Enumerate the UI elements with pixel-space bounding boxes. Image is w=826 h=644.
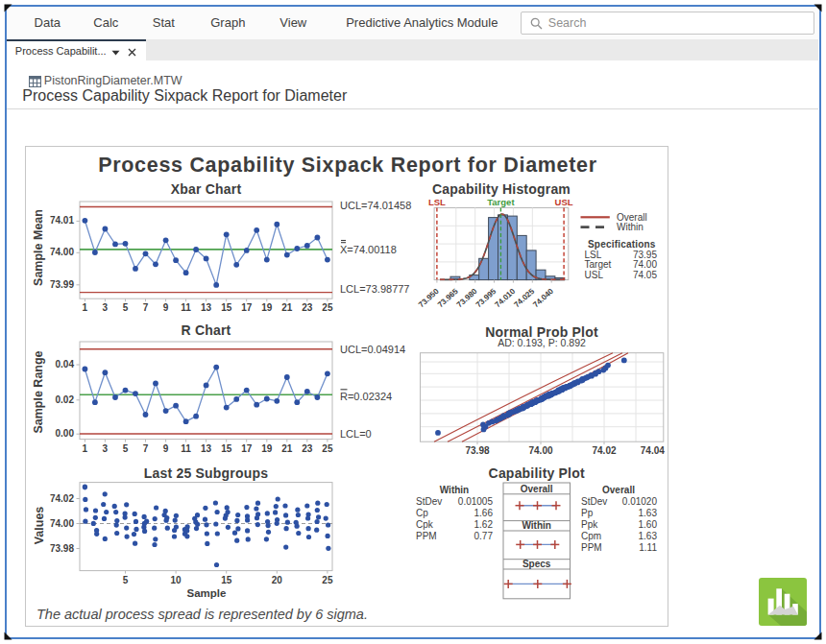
svg-text:74.05: 74.05 bbox=[633, 270, 657, 280]
svg-text:21: 21 bbox=[281, 443, 293, 454]
svg-text:74.00: 74.00 bbox=[50, 518, 74, 529]
svg-text:USL: USL bbox=[585, 270, 604, 280]
svg-text:3: 3 bbox=[103, 443, 109, 454]
svg-text:5: 5 bbox=[123, 575, 129, 585]
svg-text:7: 7 bbox=[143, 302, 149, 313]
svg-text:Overall: Overall bbox=[602, 485, 635, 495]
svg-text:LCL=73.98777: LCL=73.98777 bbox=[340, 283, 409, 295]
svg-text:StDev: StDev bbox=[581, 496, 607, 507]
svg-text:25: 25 bbox=[322, 443, 333, 454]
svg-text:3: 3 bbox=[103, 302, 109, 313]
svg-text:R Chart: R Chart bbox=[182, 322, 231, 338]
svg-text:73.98: 73.98 bbox=[465, 445, 489, 456]
svg-text:23: 23 bbox=[302, 443, 313, 454]
svg-text:11: 11 bbox=[181, 443, 191, 454]
svg-text:Values: Values bbox=[33, 507, 46, 545]
svg-text:Pp: Pp bbox=[581, 508, 594, 518]
svg-text:Capability Histogram: Capability Histogram bbox=[432, 181, 571, 197]
svg-text:1.60: 1.60 bbox=[639, 519, 658, 530]
svg-text:Overall: Overall bbox=[521, 484, 553, 494]
svg-text:23: 23 bbox=[302, 302, 313, 313]
svg-text:0.00: 0.00 bbox=[56, 428, 75, 439]
svg-text:StDev: StDev bbox=[416, 496, 442, 507]
svg-text:5: 5 bbox=[123, 302, 129, 313]
svg-text:74.040: 74.040 bbox=[531, 287, 555, 310]
svg-text:Specs: Specs bbox=[522, 559, 551, 569]
svg-text:0.04: 0.04 bbox=[56, 359, 75, 370]
svg-text:74.02: 74.02 bbox=[50, 493, 74, 504]
svg-text:1.11: 1.11 bbox=[639, 542, 657, 553]
svg-text:1.66: 1.66 bbox=[474, 508, 494, 518]
svg-text:73.965: 73.965 bbox=[436, 287, 460, 310]
svg-text:15: 15 bbox=[221, 575, 232, 585]
svg-text:Ppk: Ppk bbox=[581, 519, 598, 530]
svg-text:73.980: 73.980 bbox=[455, 287, 479, 310]
svg-text:0.02: 0.02 bbox=[56, 394, 75, 405]
svg-text:Xbar Chart: Xbar Chart bbox=[171, 181, 242, 197]
svg-text:73.950: 73.950 bbox=[417, 287, 441, 310]
svg-text:Capability Plot: Capability Plot bbox=[489, 465, 585, 481]
svg-text:9: 9 bbox=[163, 302, 169, 313]
svg-text:13: 13 bbox=[201, 443, 212, 454]
svg-text:Cp: Cp bbox=[416, 508, 428, 518]
svg-text:Sample Mean: Sample Mean bbox=[32, 209, 45, 286]
svg-text:15: 15 bbox=[221, 443, 232, 454]
svg-text:74.00: 74.00 bbox=[528, 445, 552, 456]
svg-text:1: 1 bbox=[83, 302, 88, 313]
svg-text:UCL=0.04914: UCL=0.04914 bbox=[340, 344, 405, 355]
svg-text:7: 7 bbox=[143, 443, 149, 454]
svg-text:PPM: PPM bbox=[581, 542, 602, 553]
svg-text:74.025: 74.025 bbox=[513, 287, 537, 310]
svg-text:74.01: 74.01 bbox=[50, 215, 74, 226]
svg-text:UCL=74.01458: UCL=74.01458 bbox=[340, 200, 411, 211]
svg-text:Target: Target bbox=[585, 259, 612, 270]
svg-text:Within: Within bbox=[617, 222, 644, 232]
svg-text:74.00: 74.00 bbox=[50, 247, 74, 257]
svg-text:19: 19 bbox=[261, 443, 273, 454]
svg-text:Within: Within bbox=[440, 485, 469, 495]
svg-text:20: 20 bbox=[272, 575, 283, 585]
svg-text:The actual process spread is r: The actual process spread is represented… bbox=[36, 607, 368, 622]
svg-text:11: 11 bbox=[181, 302, 191, 313]
svg-text:25: 25 bbox=[322, 575, 333, 585]
svg-text:1: 1 bbox=[83, 443, 88, 454]
svg-text:Sample: Sample bbox=[187, 587, 227, 599]
svg-text:73.95: 73.95 bbox=[633, 250, 657, 260]
svg-text:25: 25 bbox=[322, 302, 333, 313]
svg-text:Cpm: Cpm bbox=[581, 531, 601, 541]
svg-text:1.63: 1.63 bbox=[639, 508, 658, 518]
svg-text:0.01020: 0.01020 bbox=[622, 496, 658, 507]
svg-text:73.995: 73.995 bbox=[474, 287, 498, 310]
svg-text:LSL: LSL bbox=[585, 250, 602, 260]
svg-text:Specifications: Specifications bbox=[588, 239, 656, 250]
svg-text:74.00: 74.00 bbox=[633, 259, 657, 270]
svg-text:74.04: 74.04 bbox=[641, 445, 665, 456]
svg-text:73.99: 73.99 bbox=[50, 279, 74, 290]
svg-text:Last 25 Subgroups: Last 25 Subgroups bbox=[144, 465, 268, 481]
svg-text:73.98: 73.98 bbox=[50, 543, 74, 554]
svg-text:Process Capability Sixpack Rep: Process Capability Sixpack Report for Di… bbox=[98, 154, 597, 177]
svg-text:0.77: 0.77 bbox=[474, 531, 494, 541]
svg-text:LSL: LSL bbox=[428, 197, 446, 207]
svg-text:19: 19 bbox=[261, 302, 273, 313]
svg-text:1.63: 1.63 bbox=[639, 531, 658, 541]
svg-text:17: 17 bbox=[241, 443, 253, 454]
svg-text:5: 5 bbox=[123, 443, 129, 454]
svg-text:Within: Within bbox=[522, 520, 550, 531]
svg-text:74.010: 74.010 bbox=[494, 287, 518, 310]
svg-text:PPM: PPM bbox=[416, 531, 437, 541]
svg-text:15: 15 bbox=[221, 302, 232, 313]
svg-text:Target: Target bbox=[487, 197, 515, 207]
svg-text:13: 13 bbox=[201, 302, 212, 313]
svg-text:R=0.02324: R=0.02324 bbox=[340, 391, 392, 402]
svg-text:AD: 0.193, P: 0.892: AD: 0.193, P: 0.892 bbox=[498, 337, 586, 348]
svg-text:74.02: 74.02 bbox=[592, 445, 616, 456]
svg-text:LCL=0: LCL=0 bbox=[340, 428, 372, 440]
svg-text:Cpk: Cpk bbox=[416, 519, 434, 530]
svg-text:USL: USL bbox=[555, 197, 573, 207]
svg-text:X=74.00118: X=74.00118 bbox=[340, 244, 397, 255]
svg-text:0.01005: 0.01005 bbox=[458, 496, 494, 507]
svg-text:10: 10 bbox=[171, 575, 182, 585]
svg-text:Sample Range: Sample Range bbox=[32, 350, 45, 433]
svg-text:17: 17 bbox=[241, 302, 253, 313]
